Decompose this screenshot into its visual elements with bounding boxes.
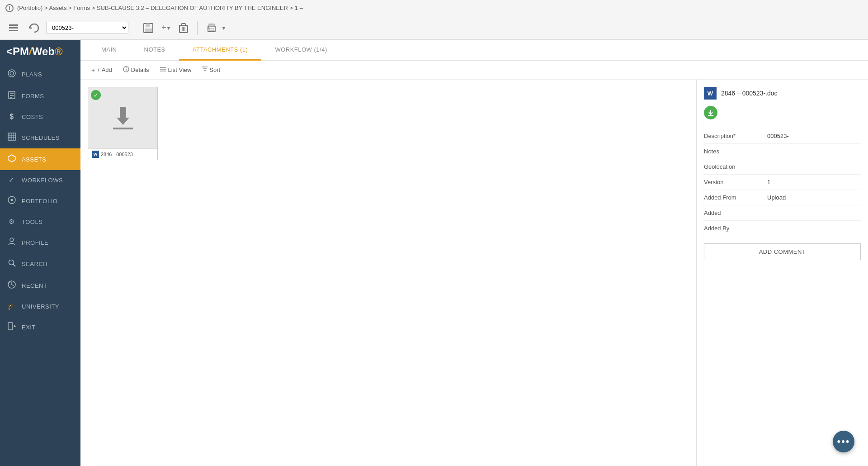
record-select[interactable]: 000523- xyxy=(47,22,128,33)
toolbar: 000523- +▼ ▼ xyxy=(0,16,868,40)
sidebar-item-assets[interactable]: ASSETS xyxy=(0,148,80,170)
notes-label: Notes xyxy=(704,148,767,155)
detail-word-icon: W xyxy=(704,87,717,100)
sidebar-item-exit-label: EXIT xyxy=(22,324,36,331)
logo: <PM/Web® xyxy=(0,40,80,63)
tab-notes[interactable]: NOTES xyxy=(131,40,179,61)
svg-marker-28 xyxy=(8,155,15,162)
fab-dots: ••• xyxy=(837,436,850,447)
svg-point-17 xyxy=(10,71,14,75)
costs-icon: $ xyxy=(7,113,16,121)
added-label: Added xyxy=(704,209,767,216)
file-card[interactable]: ✓ W 2846 - 000523- xyxy=(88,87,158,160)
add-attachment-label: + Add xyxy=(97,67,112,73)
sidebar-item-recent-label: RECENT xyxy=(22,282,47,289)
sidebar-item-portfolio-label: PORTFOLIO xyxy=(22,198,57,204)
description-value: 000523- xyxy=(767,133,789,139)
list-view-button[interactable]: List View xyxy=(156,64,195,76)
university-icon: 🎓 xyxy=(7,302,16,310)
detail-row-version: Version 1 xyxy=(704,175,861,190)
svg-rect-1 xyxy=(9,27,18,29)
tab-attachments[interactable]: ATTACHMENTS (1) xyxy=(179,40,262,61)
tabs-bar: MAIN NOTES ATTACHMENTS (1) WORKFLOW (1/4… xyxy=(80,40,868,61)
version-value: 1 xyxy=(767,179,770,185)
sidebar-item-tools-label: TOOLS xyxy=(22,219,42,225)
sidebar-item-exit[interactable]: EXIT xyxy=(0,316,80,338)
exit-icon xyxy=(7,322,16,332)
sidebar-item-plans-label: PLANS xyxy=(22,71,42,78)
download-arrow-icon xyxy=(112,107,134,129)
svg-rect-13 xyxy=(209,24,214,27)
sidebar-item-forms-label: FORMS xyxy=(22,93,44,100)
sidebar-nav: PLANS FORMS $ COSTS SCHEDULES xyxy=(0,63,80,466)
sidebar-item-university[interactable]: 🎓 UNIVERSITY xyxy=(0,296,80,316)
sidebar-item-schedules-label: SCHEDULES xyxy=(22,134,60,141)
detail-row-geolocation: Geolocation xyxy=(704,159,861,175)
tab-main[interactable]: MAIN xyxy=(88,40,131,61)
logo-slash: / xyxy=(29,45,32,57)
fab-button[interactable]: ••• xyxy=(833,431,854,452)
svg-point-31 xyxy=(10,238,14,242)
print-group: ▼ xyxy=(203,22,226,34)
add-comment-button[interactable]: ADD COMMENT xyxy=(704,243,861,260)
attachments-toolbar: + + Add Details List View Sort xyxy=(80,61,868,80)
detail-header: W 2846 – 000523-.doc xyxy=(704,87,861,100)
sidebar-item-assets-label: ASSETS xyxy=(22,156,46,163)
logo-registered: ® xyxy=(55,45,63,57)
print-dropdown[interactable]: ▼ xyxy=(221,25,226,31)
save-button[interactable] xyxy=(140,21,157,35)
record-select-wrapper: 000523- xyxy=(46,22,128,34)
sidebar-item-recent[interactable]: RECENT xyxy=(0,275,80,296)
search-icon xyxy=(7,259,16,269)
sidebar-item-costs[interactable]: $ COSTS xyxy=(0,107,80,127)
delete-button[interactable] xyxy=(175,21,192,35)
sidebar-item-workflows[interactable]: ✓ WORKFLOWS xyxy=(0,170,80,190)
info-icon[interactable]: i xyxy=(5,4,14,12)
schedules-icon xyxy=(7,133,16,143)
detail-fields: Description* 000523- Notes Geolocation V… xyxy=(704,128,861,236)
sidebar-item-schedules[interactable]: SCHEDULES xyxy=(0,127,80,148)
svg-point-15 xyxy=(208,27,210,29)
tab-workflow[interactable]: WORKFLOW (1/4) xyxy=(261,40,340,61)
detail-row-description: Description* 000523- xyxy=(704,128,861,144)
added-from-label: Added From xyxy=(704,194,767,201)
detail-row-added-by: Added By xyxy=(704,221,861,236)
file-name-label: 2846 - 000523- xyxy=(101,152,135,157)
list-view-icon xyxy=(160,66,166,74)
sort-label: Sort xyxy=(209,67,220,73)
forms-icon xyxy=(7,91,16,101)
sort-button[interactable]: Sort xyxy=(198,64,224,76)
add-attachment-button[interactable]: + + Add xyxy=(88,65,116,76)
sidebar-item-tools[interactable]: ⚙ TOOLS xyxy=(0,212,80,232)
sidebar-item-search-label: SEARCH xyxy=(22,261,47,267)
list-view-label: List View xyxy=(168,67,192,73)
menu-button[interactable] xyxy=(5,23,22,33)
file-grid: ✓ W 2846 - 000523- xyxy=(80,80,696,466)
top-bar: i (Portfolio) > Assets > Forms > SUB-CLA… xyxy=(0,0,868,16)
toolbar-divider-1 xyxy=(134,21,134,35)
sidebar-item-profile[interactable]: PROFILE xyxy=(0,232,80,253)
details-icon xyxy=(123,66,129,74)
svg-rect-2 xyxy=(9,30,18,31)
file-card-name: W 2846 - 000523- xyxy=(88,148,157,160)
download-circle-button[interactable] xyxy=(704,106,717,119)
svg-point-30 xyxy=(11,199,13,201)
details-button[interactable]: Details xyxy=(119,64,153,76)
sidebar-item-plans[interactable]: PLANS xyxy=(0,63,80,85)
print-button[interactable] xyxy=(203,22,220,34)
add-button[interactable]: +▼ xyxy=(158,21,175,34)
sidebar-item-workflows-label: WORKFLOWS xyxy=(22,177,63,184)
svg-rect-35 xyxy=(8,323,13,330)
svg-rect-0 xyxy=(9,24,18,26)
sidebar-item-profile-label: PROFILE xyxy=(22,239,48,246)
arrow-line xyxy=(113,128,133,129)
sidebar-item-search[interactable]: SEARCH xyxy=(0,253,80,275)
main-layout: <PM/Web® PLANS FORMS $ COSTS xyxy=(0,40,868,466)
detail-row-added: Added xyxy=(704,205,861,221)
undo-button[interactable] xyxy=(25,22,42,34)
logo-text: <PM/Web® xyxy=(6,45,63,58)
description-label: Description* xyxy=(704,133,767,139)
sidebar-item-portfolio[interactable]: PORTFOLIO xyxy=(0,190,80,212)
added-from-value: Upload xyxy=(767,194,786,201)
sidebar-item-forms[interactable]: FORMS xyxy=(0,85,80,107)
